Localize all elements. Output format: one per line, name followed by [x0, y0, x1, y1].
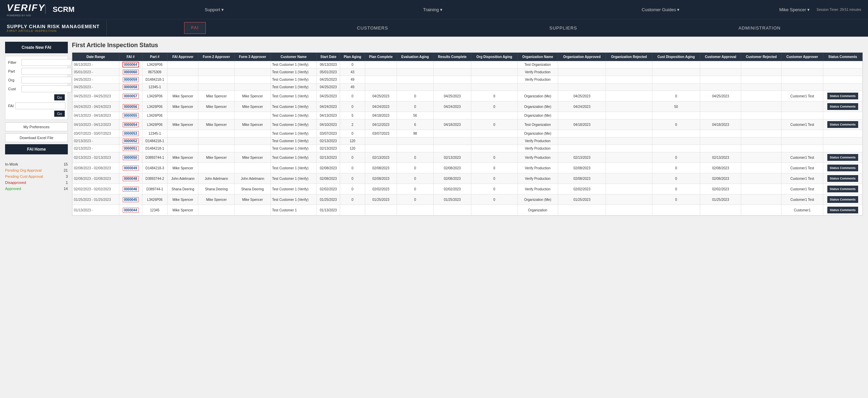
- td-fai-num[interactable]: 0000060: [119, 69, 142, 76]
- td-org-disp-aging: [471, 69, 517, 76]
- filter-input[interactable]: [21, 59, 72, 66]
- td-start-date: 01/13/2023: [317, 205, 340, 215]
- download-excel-button[interactable]: Download Excel File: [5, 133, 68, 142]
- td-form3-approver: [234, 83, 271, 91]
- tab-customers[interactable]: CUSTOMERS: [347, 19, 398, 37]
- nav-user[interactable]: Mike Spencer ▾: [779, 7, 810, 12]
- td-eval-aging: 0: [397, 184, 433, 194]
- td-org-name: Organization (Me): [517, 194, 558, 205]
- tab-suppliers[interactable]: SUPPLIERS: [539, 19, 587, 37]
- td-customer: Test Customer 1 (Verify): [271, 83, 317, 91]
- td-plan-complete: [365, 83, 397, 91]
- status-pending-org[interactable]: Pending Org Approval 21: [5, 167, 68, 173]
- td-form3-approver: Shana Deering: [234, 184, 271, 194]
- td-status-comments: [823, 61, 862, 69]
- td-cust-rejected: [741, 91, 782, 101]
- create-fai-button[interactable]: Create New FAI: [5, 42, 68, 53]
- td-fai-num[interactable]: 0000049: [119, 163, 142, 173]
- part-input[interactable]: [21, 68, 72, 75]
- fai-input[interactable]: [15, 102, 65, 109]
- go-button-fai[interactable]: Go: [54, 111, 65, 117]
- td-form2-approver: Mike Spencer: [198, 194, 235, 205]
- td-org-approved: [558, 205, 606, 215]
- tab-administration[interactable]: ADMINISTRATION: [728, 19, 791, 37]
- td-org-rejected: [606, 61, 652, 69]
- nav-support[interactable]: Support ▾: [205, 7, 224, 12]
- td-fai-num[interactable]: 0000056: [119, 101, 142, 112]
- status-comments-button[interactable]: Status Comments: [827, 186, 858, 192]
- table-row: 03/07/2023 - 03/07/2023 0000053 12345-1 …: [73, 130, 863, 137]
- td-start-date: 04/10/2023: [317, 119, 340, 130]
- status-comments-button[interactable]: Status Comments: [827, 207, 858, 213]
- filter-section: Filter Part Org Cust Go FAI: [5, 56, 68, 120]
- cust-input[interactable]: [21, 86, 72, 92]
- td-status-comments[interactable]: Status Comments: [823, 184, 862, 194]
- td-form3-approver: [234, 145, 271, 152]
- td-cust-approval: [700, 61, 741, 69]
- td-cust-disp-aging: [652, 205, 700, 215]
- td-form3-approver: Mike Spencer: [234, 152, 271, 163]
- td-status-comments[interactable]: Status Comments: [823, 91, 862, 101]
- td-date-range: 06/13/2023 -: [73, 61, 119, 69]
- go-button-filter[interactable]: Go: [54, 94, 65, 100]
- td-part-num: L3426P06: [142, 101, 167, 112]
- table-row: 02/13/2023 - 0000052 D1484218-1 Test Cus…: [73, 137, 863, 145]
- status-in-work-label: In-Work: [5, 162, 18, 166]
- status-comments-button[interactable]: Status Comments: [827, 93, 858, 99]
- status-comments-button[interactable]: Status Comments: [827, 121, 858, 128]
- td-status-comments[interactable]: Status Comments: [823, 173, 862, 184]
- status-approved[interactable]: Approved 14: [5, 186, 68, 192]
- logo-area: VERIFY POWERED BY IVIS SCRM: [7, 2, 95, 17]
- logo-text: VERIFY: [7, 2, 45, 13]
- td-status-comments[interactable]: Status Comments: [823, 152, 862, 163]
- td-org-rejected: [606, 69, 652, 76]
- nav-customer-guides[interactable]: Customer Guides ▾: [642, 7, 680, 12]
- td-start-date: 02/08/2023: [317, 163, 340, 173]
- td-fai-num[interactable]: 0000053: [119, 130, 142, 137]
- td-status-comments[interactable]: Status Comments: [823, 205, 862, 215]
- td-fai-num[interactable]: 0000054: [119, 119, 142, 130]
- td-fai-num[interactable]: 0000048: [119, 173, 142, 184]
- td-fai-num[interactable]: 0000064: [119, 61, 142, 69]
- td-cust-disp-aging: 0: [652, 184, 700, 194]
- status-pending-cust[interactable]: Pending Cust Approval 3: [5, 173, 68, 179]
- td-cust-approver: [782, 69, 823, 76]
- td-fai-num[interactable]: 0000044: [119, 205, 142, 215]
- status-comments-button[interactable]: Status Comments: [827, 154, 858, 161]
- td-org-approved: 04/18/2023: [558, 119, 606, 130]
- status-comments-button[interactable]: Status Comments: [827, 103, 858, 110]
- org-input[interactable]: [21, 77, 72, 83]
- td-fai-num[interactable]: 0000045: [119, 194, 142, 205]
- td-start-date: 04/13/2023: [317, 112, 340, 119]
- td-status-comments[interactable]: Status Comments: [823, 119, 862, 130]
- td-status-comments[interactable]: Status Comments: [823, 163, 862, 173]
- th-date-range: Date Range: [73, 53, 119, 61]
- td-results-complete: 04/18/2023: [433, 119, 471, 130]
- my-preferences-button[interactable]: My Preferences: [5, 122, 68, 131]
- status-in-work[interactable]: In-Work 15: [5, 161, 68, 167]
- td-fai-num[interactable]: 0000057: [119, 91, 142, 101]
- status-disapproved[interactable]: Disapproved 1: [5, 179, 68, 186]
- td-fai-num[interactable]: 0000052: [119, 137, 142, 145]
- table-row: 04/10/2023 - 04/12/2023 0000054 L3426P06…: [73, 119, 863, 130]
- td-fai-num[interactable]: 0000059: [119, 76, 142, 83]
- td-fai-num[interactable]: 0000050: [119, 152, 142, 163]
- tab-fai[interactable]: FAI: [184, 22, 206, 34]
- status-comments-button[interactable]: Status Comments: [827, 175, 858, 182]
- td-status-comments[interactable]: Status Comments: [823, 101, 862, 112]
- td-fai-num[interactable]: 0000051: [119, 145, 142, 152]
- status-comments-button[interactable]: Status Comments: [827, 165, 858, 171]
- status-comments-button[interactable]: Status Comments: [827, 196, 858, 203]
- fai-home-button[interactable]: FAI Home: [5, 144, 68, 154]
- td-form3-approver: [234, 76, 271, 83]
- td-fai-num[interactable]: 0000046: [119, 184, 142, 194]
- td-fai-num[interactable]: 0000058: [119, 83, 142, 91]
- sidebar: Create New FAI Filter Part Org Cust Go: [5, 42, 68, 389]
- td-plan-aging: 0: [340, 163, 365, 173]
- td-org-name: Organization (Me): [517, 112, 558, 119]
- td-form3-approver: Mike Spencer: [234, 119, 271, 130]
- cust-label: Cust: [8, 87, 20, 91]
- td-fai-num[interactable]: 0000055: [119, 112, 142, 119]
- nav-training[interactable]: Training ▾: [423, 7, 442, 12]
- td-status-comments[interactable]: Status Comments: [823, 194, 862, 205]
